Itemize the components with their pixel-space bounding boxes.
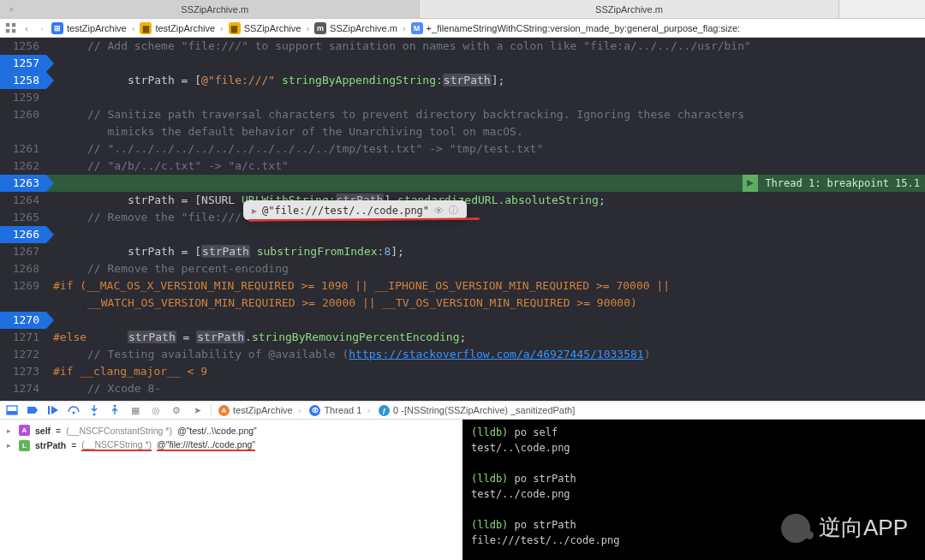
debug-crumb-thread[interactable]: ⦿ Thread 1 [309, 405, 372, 416]
line-number[interactable]: 1273 [0, 363, 46, 380]
line-number[interactable]: 1256 [0, 38, 46, 55]
breakpoints-toggle-icon[interactable] [26, 403, 39, 417]
equals: = [56, 426, 61, 436]
svg-rect-0 [6, 22, 9, 26]
line-number[interactable]: 1267 [0, 243, 46, 260]
console-cmd: po self [515, 426, 558, 438]
line-number[interactable]: 1262 [0, 158, 46, 175]
memory-graph-icon[interactable]: ◎ [149, 403, 163, 417]
line-number[interactable]: 1260 [0, 106, 46, 123]
project-icon: ⊞ [51, 22, 63, 34]
breadcrumb-method[interactable]: M +_filenameStringWithCString:version_ma… [411, 22, 748, 34]
nav-forward-icon[interactable]: › [36, 22, 48, 34]
debug-crumb-frame[interactable]: ƒ 0 -[NSString(SSZipArchive) _sanitizedP… [379, 405, 582, 416]
code-comment: // Xcode 8- [87, 382, 161, 395]
crumb-label: testZipArchive [233, 405, 293, 415]
watermark: 逆向APP [781, 513, 908, 543]
breadcrumb-group[interactable]: ▆ SSZipArchive [229, 22, 311, 34]
debug-toolbar: ▦ ◎ ⚙ ➤ A testZipArchive ⦿ Thread 1 ƒ 0 … [0, 401, 925, 420]
line-number[interactable]: 1258 [0, 72, 46, 89]
pc-indicator-icon [743, 175, 758, 192]
location-icon[interactable]: ➤ [190, 403, 204, 417]
breadcrumb-project[interactable]: ⊞ testZipArchive [51, 22, 136, 34]
crumb-label: Thread 1 [324, 405, 361, 415]
step-over-icon[interactable] [67, 403, 81, 417]
svg-point-8 [93, 414, 96, 416]
editor-tab[interactable]: × SSZipArchive.m [0, 0, 420, 18]
quicklook-icon[interactable]: 👁 [434, 206, 444, 216]
line-number[interactable]: 1266 [0, 226, 46, 243]
related-items-icon[interactable] [5, 22, 17, 34]
disclosure-icon[interactable]: ▸ [7, 441, 14, 450]
debug-view-icon[interactable]: ▦ [128, 403, 142, 417]
step-out-icon[interactable] [108, 403, 122, 417]
tabbar-rest [839, 0, 925, 18]
crumb-label: testZipArchive [155, 23, 215, 33]
thread-icon: ⦿ [309, 405, 320, 416]
svg-point-9 [114, 405, 116, 408]
crumb-label: SSZipArchive.m [330, 23, 397, 33]
disclosure-icon[interactable]: ▸ [252, 205, 257, 217]
line-number[interactable]: 1257 [0, 55, 46, 72]
equals: = [71, 440, 76, 450]
nav-back-icon[interactable]: ‹ [21, 22, 33, 34]
code-comment: // Remove the percent-encoding [87, 262, 289, 275]
code-comment: ) [644, 348, 651, 360]
crumb-label: SSZipArchive [244, 23, 301, 33]
line-number[interactable]: 1274 [0, 380, 46, 397]
folder-icon: ▆ [229, 22, 241, 34]
lldb-prompt: (lldb) [471, 426, 508, 438]
var-name: self [35, 426, 51, 436]
var-value: @"test/..\\code.png" [177, 426, 257, 436]
close-icon[interactable]: × [9, 4, 14, 15]
tab-title: SSZipArchive.m [428, 4, 830, 15]
console-output: test/..\code.png [471, 440, 916, 456]
continue-icon[interactable] [46, 403, 60, 417]
var-value: @"file:///test/../code.png" [157, 439, 255, 451]
crumb-label: 0 -[NSString(SSZipArchive) _sanitizedPat… [393, 405, 575, 415]
var-kind-icon: L [19, 440, 30, 451]
environment-overrides-icon[interactable]: ⚙ [170, 403, 183, 417]
line-number [0, 295, 46, 312]
var-type: (__NSCFConstantString *) [66, 426, 172, 436]
wechat-icon [781, 514, 810, 543]
variable-row[interactable]: ▸ L strPath = (__NSCFString *) @"file://… [7, 438, 456, 453]
var-type: (__NSCFString *) [81, 439, 152, 451]
line-number[interactable]: 1265 [0, 209, 46, 226]
line-number[interactable]: 1259 [0, 89, 46, 106]
debug-crumb-process[interactable]: A testZipArchive [218, 405, 302, 416]
svg-point-7 [73, 412, 75, 414]
breadcrumb-file[interactable]: m SSZipArchive.m [314, 22, 408, 34]
code-comment: // "a/b/../c.txt" -> "a/c.txt" [87, 159, 289, 172]
jump-bar[interactable]: ‹ › ⊞ testZipArchive ▆ testZipArchive ▆ … [0, 19, 925, 38]
variables-view[interactable]: ▸ A self = (__NSCFConstantString *) @"te… [0, 420, 462, 560]
crumb-label: +_filenameStringWithCString:version_made… [427, 23, 741, 33]
disclosure-icon[interactable]: ▸ [7, 426, 14, 435]
line-number[interactable]: 1271 [0, 329, 46, 346]
line-number[interactable]: 1269 [0, 277, 46, 295]
svg-rect-5 [7, 411, 17, 414]
step-into-icon[interactable] [87, 403, 101, 417]
line-number[interactable]: 1263 [0, 175, 46, 192]
line-number[interactable]: 1268 [0, 260, 46, 277]
separator [211, 404, 212, 416]
editor-tabbar: × SSZipArchive.m SSZipArchive.m [0, 0, 925, 19]
editor-tab[interactable]: SSZipArchive.m [420, 0, 839, 18]
line-number[interactable]: 1264 [0, 192, 46, 209]
breadcrumb-group[interactable]: ▆ testZipArchive [140, 22, 224, 34]
line-number[interactable]: 1270 [0, 312, 46, 329]
svg-rect-3 [12, 28, 15, 32]
hide-debug-area-icon[interactable] [5, 403, 19, 417]
line-number[interactable]: 1261 [0, 140, 46, 158]
code-editor[interactable]: 1256// Add scheme "file:///" to support … [0, 38, 925, 401]
code-url[interactable]: https://stackoverflow.com/a/46927445/103… [349, 348, 643, 360]
breakpoint-status[interactable]: Thread 1: breakpoint 15.1 [743, 175, 925, 192]
info-icon[interactable]: ⓘ [449, 204, 458, 217]
crumb-label: testZipArchive [67, 23, 127, 33]
variable-row[interactable]: ▸ A self = (__NSCFConstantString *) @"te… [7, 423, 456, 438]
line-number[interactable]: 1272 [0, 346, 46, 363]
svg-rect-6 [48, 406, 50, 414]
breakpoint-status-text: Thread 1: breakpoint 15.1 [765, 177, 920, 189]
code-comment: // Add scheme "file:///" to support sani… [87, 39, 751, 52]
process-icon: A [218, 405, 230, 416]
